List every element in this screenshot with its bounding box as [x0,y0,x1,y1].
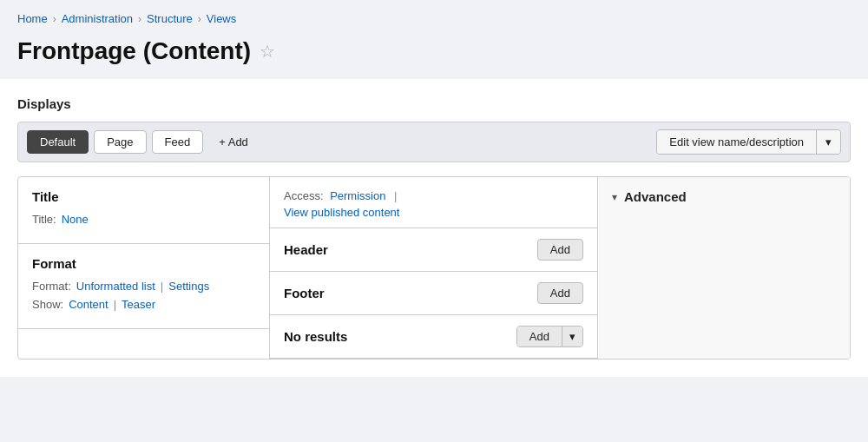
show-teaser-link[interactable]: Teaser [122,298,155,311]
format-section: Format Format: Unformatted list | Settin… [18,244,269,329]
edit-view-name-button[interactable]: Edit view name/description [657,130,816,154]
footer-add-button[interactable]: Add [537,282,583,304]
footer-section-title: Footer [284,286,325,300]
breadcrumb-sep-3: › [198,13,201,25]
title-field-value-link[interactable]: None [62,213,89,226]
breadcrumb-sep-1: › [53,13,56,25]
header-add-button[interactable]: Add [537,239,583,261]
page-title-row: Frontpage (Content) ☆ [17,32,851,79]
format-settings-link[interactable]: Settings [168,280,209,293]
no-results-title: No results [284,329,347,344]
access-label: Access: [284,189,324,202]
title-section: Title Title: None [18,177,269,244]
breadcrumb-home[interactable]: Home [17,12,48,25]
footer-section: Footer Add [270,272,597,315]
breadcrumb: Home › Administration › Structure › View… [17,12,851,25]
advanced-section: ▾ Advanced [598,177,850,216]
format-field-label: Format: [32,280,71,293]
view-editor: Title Title: None Format Format: Unforma… [17,176,851,360]
title-section-heading: Title [32,189,255,204]
show-field-label: Show: [32,298,63,311]
tab-group: Default Page Feed + Add [27,130,259,154]
tab-default[interactable]: Default [27,130,89,154]
advanced-title: Advanced [624,189,687,204]
favorite-icon[interactable]: ☆ [260,41,275,62]
format-section-heading: Format [32,256,255,271]
show-content-link[interactable]: Content [69,298,108,311]
tab-page[interactable]: Page [94,130,146,154]
page-title: Frontpage (Content) [17,37,251,65]
header-section: Header Add [270,228,597,272]
show-sep: | [114,298,116,311]
no-results-add-button[interactable]: Add [517,327,562,346]
no-results-btn-group: Add ▾ [516,326,583,347]
format-field-row: Format: Unformatted list | Settings [32,280,255,293]
format-value-link[interactable]: Unformatted list [76,280,155,293]
format-sep: | [161,280,163,293]
breadcrumb-structure[interactable]: Structure [147,12,193,25]
edit-view-dropdown-button[interactable]: ▾ [816,130,840,154]
access-row: Access: Permission | View published cont… [270,177,597,228]
title-field-label: Title: [32,213,56,226]
tab-feed[interactable]: Feed [152,130,204,154]
displays-toolbar: Default Page Feed + Add Edit view name/d… [17,122,851,162]
breadcrumb-sep-2: › [138,13,141,25]
header-section-title: Header [284,242,328,257]
advanced-chevron-icon: ▾ [612,191,617,203]
add-display-button[interactable]: + Add [208,131,259,153]
breadcrumb-administration[interactable]: Administration [62,12,133,25]
title-field-row: Title: None [32,213,255,226]
displays-label: Displays [17,96,851,111]
no-results-dropdown-button[interactable]: ▾ [562,327,582,346]
edit-view-btn-group: Edit view name/description ▾ [656,129,841,155]
show-field-row: Show: Content | Teaser [32,298,255,311]
access-sep: | [394,189,397,202]
right-column: ▾ Advanced [598,177,850,359]
breadcrumb-views[interactable]: Views [207,12,236,25]
left-column: Title Title: None Format Format: Unforma… [18,177,270,359]
no-results-section: No results Add ▾ [270,315,597,359]
advanced-header[interactable]: ▾ Advanced [612,189,836,204]
mid-column: Access: Permission | View published cont… [270,177,598,359]
view-published-link[interactable]: View published content [284,206,583,219]
permission-link[interactable]: Permission [330,189,385,202]
